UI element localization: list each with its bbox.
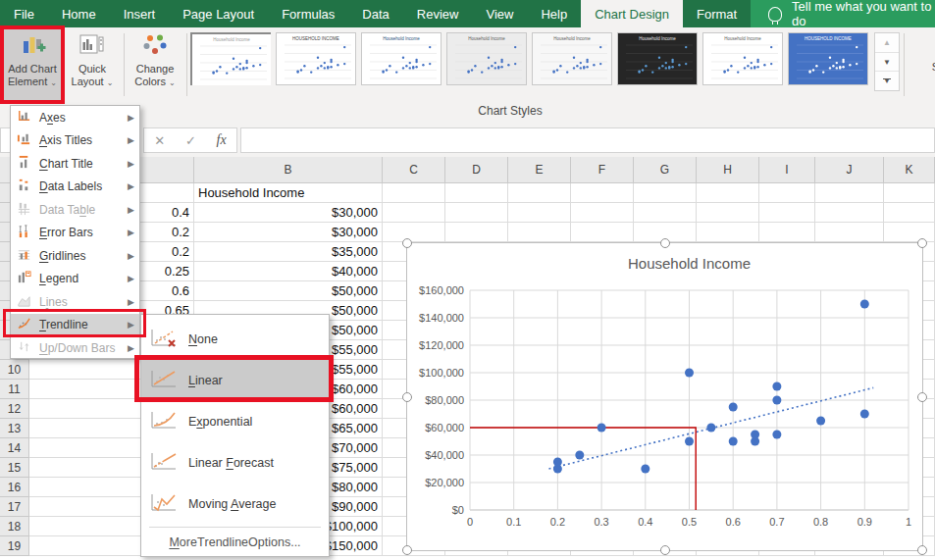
tab-formulas[interactable]: Formulas bbox=[268, 0, 348, 27]
data-point[interactable] bbox=[860, 300, 869, 309]
column-header-E[interactable]: E bbox=[508, 157, 571, 183]
cell-K1[interactable] bbox=[884, 183, 935, 203]
menu-item-gridlines[interactable]: Gridlines▶ bbox=[11, 244, 139, 268]
cell-F3[interactable] bbox=[571, 223, 634, 242]
cell-K2[interactable] bbox=[884, 203, 935, 223]
chart-object[interactable]: Household Income$0$20,000$40,000$60,000$… bbox=[406, 242, 923, 551]
data-point[interactable] bbox=[772, 396, 781, 405]
column-header-D[interactable]: D bbox=[445, 157, 508, 183]
tab-view[interactable]: View bbox=[472, 0, 527, 27]
gallery-scroll-down-button[interactable]: ▼ bbox=[875, 53, 899, 73]
switch-row-column-button[interactable]: Switc Co bbox=[910, 29, 935, 106]
chart-selection-handle[interactable] bbox=[917, 238, 927, 248]
column-header-K[interactable]: K bbox=[884, 157, 935, 183]
formula-input[interactable] bbox=[240, 127, 935, 153]
cell-E3[interactable] bbox=[508, 223, 571, 242]
submenu-item-none[interactable]: None bbox=[141, 319, 329, 360]
menu-item-axis-titles[interactable]: Axis Titles▶ bbox=[11, 129, 139, 153]
enter-icon[interactable]: ✓ bbox=[185, 133, 196, 148]
data-point[interactable] bbox=[685, 437, 694, 446]
cell-B6[interactable]: $50,000 bbox=[194, 281, 383, 301]
data-point[interactable] bbox=[597, 424, 606, 433]
gallery-scroll-up-button[interactable]: ▲ bbox=[875, 33, 899, 53]
cell-B5[interactable]: $40,000 bbox=[194, 262, 383, 281]
column-header-J[interactable]: J bbox=[815, 157, 884, 183]
tab-review[interactable]: Review bbox=[403, 0, 473, 27]
submenu-item-moving-average[interactable]: Moving Average bbox=[141, 484, 329, 525]
cell-D3[interactable] bbox=[445, 223, 508, 242]
data-point[interactable] bbox=[751, 431, 759, 439]
data-point[interactable] bbox=[860, 410, 869, 419]
cell-I1[interactable] bbox=[759, 183, 815, 203]
cell-H1[interactable] bbox=[697, 183, 759, 203]
insert-function-icon[interactable]: fx bbox=[217, 132, 227, 148]
cancel-icon[interactable]: ✕ bbox=[154, 133, 165, 148]
chart-style-thumbnail-8[interactable]: HOUSEHOLD INCOME bbox=[788, 32, 868, 85]
row-header-19[interactable]: 19 bbox=[0, 536, 29, 556]
cell-F2[interactable] bbox=[571, 203, 634, 223]
cell-B4[interactable]: $35,000 bbox=[194, 242, 383, 262]
column-header-G[interactable]: G bbox=[634, 157, 697, 183]
tab-chart-design[interactable]: Chart Design bbox=[581, 0, 683, 27]
menu-item-axes[interactable]: Axes▶ bbox=[11, 106, 139, 129]
column-header-H[interactable]: H bbox=[697, 157, 759, 183]
submenu-item-linear-forecast[interactable]: Linear Forecast bbox=[141, 442, 329, 484]
cell-K3[interactable] bbox=[884, 223, 935, 242]
cell-J3[interactable] bbox=[815, 223, 884, 242]
cell-D2[interactable] bbox=[445, 203, 508, 223]
tab-file[interactable]: File bbox=[0, 0, 48, 27]
tell-me-box[interactable]: Tell me what you want to do bbox=[751, 0, 935, 27]
row-header-10[interactable]: 10 bbox=[0, 360, 29, 380]
tab-data[interactable]: Data bbox=[348, 0, 402, 27]
row-header-13[interactable]: 13 bbox=[0, 419, 29, 438]
cell-C1[interactable] bbox=[383, 183, 445, 203]
chart-style-thumbnail-3[interactable]: Household Income bbox=[361, 32, 442, 85]
menu-item-error-bars[interactable]: Error Bars▶ bbox=[11, 222, 139, 245]
submenu-item-linear[interactable]: Linear bbox=[141, 360, 329, 401]
menu-item-chart-title[interactable]: Chart Title▶ bbox=[11, 152, 139, 176]
row-header-18[interactable]: 18 bbox=[0, 517, 29, 536]
cell-F1[interactable] bbox=[571, 183, 634, 203]
chart-selection-handle[interactable] bbox=[402, 545, 412, 555]
chart-selection-handle[interactable] bbox=[917, 392, 927, 402]
data-point[interactable] bbox=[641, 465, 649, 474]
submenu-item-exponential[interactable]: Exponential bbox=[141, 401, 329, 442]
column-header-C[interactable]: C bbox=[383, 157, 445, 183]
chart-selection-handle[interactable] bbox=[402, 392, 412, 402]
chart-style-thumbnail-5[interactable]: Household Income bbox=[532, 32, 612, 85]
cell-J2[interactable] bbox=[815, 203, 884, 223]
chart-style-thumbnail-2[interactable]: HOUSEHOLD INCOME bbox=[276, 32, 356, 85]
cell-G1[interactable] bbox=[634, 183, 697, 203]
data-point[interactable] bbox=[706, 424, 715, 433]
cell-G2[interactable] bbox=[634, 203, 697, 223]
data-point[interactable] bbox=[553, 458, 562, 467]
cell-D1[interactable] bbox=[445, 183, 508, 203]
change-colors-button[interactable]: Change Colors ⌄ bbox=[128, 29, 182, 102]
tab-format[interactable]: Format bbox=[683, 0, 751, 27]
cell-H3[interactable] bbox=[697, 223, 759, 242]
add-chart-element-button[interactable]: Add Chart Element ⌄ bbox=[2, 29, 63, 102]
data-point[interactable] bbox=[772, 382, 781, 391]
data-point[interactable] bbox=[575, 451, 584, 460]
row-header-11[interactable]: 11 bbox=[0, 380, 29, 399]
tab-help[interactable]: Help bbox=[527, 0, 581, 27]
cell-B3[interactable]: $30,000 bbox=[194, 223, 383, 242]
cell-H2[interactable] bbox=[697, 203, 759, 223]
cell-I2[interactable] bbox=[759, 203, 815, 223]
data-point[interactable] bbox=[729, 403, 738, 412]
data-point[interactable] bbox=[816, 417, 825, 426]
column-header-I[interactable]: I bbox=[759, 157, 815, 183]
chart-selection-handle[interactable] bbox=[402, 238, 412, 248]
row-header-12[interactable]: 12 bbox=[0, 399, 29, 419]
cell-E1[interactable] bbox=[508, 183, 571, 203]
data-point[interactable] bbox=[729, 437, 738, 446]
tab-insert[interactable]: Insert bbox=[110, 0, 170, 27]
column-header-F[interactable]: F bbox=[571, 157, 634, 183]
cell-E2[interactable] bbox=[508, 203, 571, 223]
cell-B1[interactable]: Household Income bbox=[194, 183, 383, 203]
gallery-more-button[interactable]: ▼ bbox=[875, 72, 899, 90]
cell-J1[interactable] bbox=[815, 183, 884, 203]
chart-style-thumbnail-7[interactable]: Household Income bbox=[702, 32, 783, 85]
menu-item-trendline[interactable]: Trendline▶ bbox=[11, 314, 139, 337]
menu-item-legend[interactable]: Legend▶ bbox=[11, 268, 139, 291]
